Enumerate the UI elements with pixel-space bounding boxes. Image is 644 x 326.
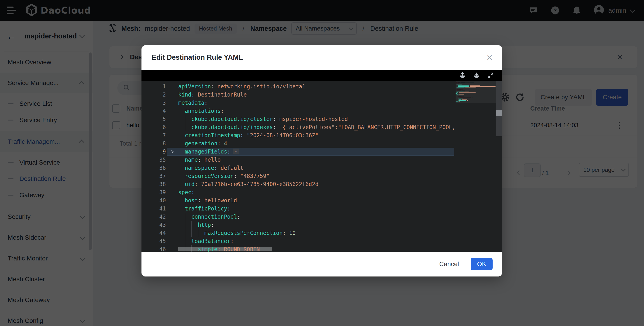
line-number: 42	[142, 213, 166, 221]
code-line-9[interactable]: 9managedFields:⋯	[142, 148, 456, 156]
gutter-space	[166, 213, 178, 221]
code-text: metadata:	[178, 99, 456, 107]
code-text: spec:	[178, 188, 456, 197]
gutter-space	[166, 123, 178, 131]
edit-yaml-modal: Edit Destination Rule YAML ×	[142, 45, 502, 276]
line-number: 9	[142, 148, 166, 156]
yaml-editor[interactable]: 1apiVersion: networking.istio.io/v1beta1…	[142, 81, 502, 252]
code-line-40[interactable]: 40host: helloworld	[142, 197, 456, 205]
code-text: trafficPolicy:	[178, 205, 456, 213]
download-icon[interactable]	[473, 71, 480, 79]
code-text: connectionPool:	[178, 213, 456, 221]
code-text: maxRequestsPerConnection: 10	[178, 229, 456, 237]
editor-scrollbar-thumb[interactable]	[496, 110, 502, 116]
editor-rows: 1apiVersion: networking.istio.io/v1beta1…	[142, 81, 456, 252]
code-text: generation: 4	[178, 139, 456, 148]
code-text: managedFields:⋯	[178, 148, 456, 156]
gutter-space	[166, 237, 178, 245]
line-number: 7	[142, 131, 166, 139]
cancel-button[interactable]: Cancel	[439, 260, 459, 268]
gutter-space	[166, 180, 178, 188]
modal-close-icon[interactable]: ×	[486, 52, 492, 63]
gutter-space	[166, 83, 178, 91]
code-line-2[interactable]: 2kind: DestinationRule	[142, 91, 456, 99]
code-line-39[interactable]: 39spec:	[142, 188, 456, 197]
code-text: name: hello	[178, 156, 456, 164]
code-text: ckube.daocloud.io/indexes: '{"activePoli…	[178, 123, 456, 131]
code-line-1[interactable]: 1apiVersion: networking.istio.io/v1beta1	[142, 83, 456, 91]
code-line-5[interactable]: 5ckube.daocloud.io/cluster: mspider-host…	[142, 115, 456, 123]
code-line-35[interactable]: 35name: hello	[142, 156, 456, 164]
modal-titlebar: Edit Destination Rule YAML ×	[142, 45, 502, 70]
code-line-44[interactable]: 44maxRequestsPerConnection: 10	[142, 229, 456, 237]
code-line-42[interactable]: 42connectionPool:	[142, 213, 456, 221]
line-number: 4	[142, 107, 166, 115]
gutter-space	[166, 205, 178, 213]
code-text: namespace: default	[178, 164, 456, 172]
line-number: 1	[142, 83, 166, 91]
code-line-46[interactable]: 46simple: ROUND_ROBIN	[142, 245, 456, 252]
code-line-41[interactable]: 41trafficPolicy:	[142, 205, 456, 213]
gutter-space	[166, 172, 178, 180]
editor-toolbar	[142, 70, 502, 81]
line-number: 36	[142, 164, 166, 172]
line-number: 2	[142, 91, 166, 99]
code-text: host: helloworld	[178, 197, 456, 205]
code-line-3[interactable]: 3metadata:	[142, 99, 456, 107]
code-text: ckube.daocloud.io/cluster: mspider-hoste…	[178, 115, 456, 123]
code-text: http:	[178, 221, 456, 229]
fullscreen-icon[interactable]	[487, 71, 494, 79]
code-line-6[interactable]: 6ckube.daocloud.io/indexes: '{"activePol…	[142, 123, 456, 131]
line-number: 46	[142, 245, 166, 252]
line-number: 5	[142, 115, 166, 123]
gutter-space	[166, 197, 178, 205]
line-number: 40	[142, 197, 166, 205]
upload-icon[interactable]	[459, 71, 466, 79]
code-text: annotations:	[178, 107, 456, 115]
gutter-space	[166, 245, 178, 252]
line-number: 38	[142, 180, 166, 188]
line-number: 3	[142, 99, 166, 107]
modal-footer: Cancel OK	[142, 252, 502, 276]
code-line-7[interactable]: 7creationTimestamp: "2024-08-14T06:03:36…	[142, 131, 456, 139]
minimap-slider[interactable]	[456, 81, 496, 103]
code-text: loadBalancer:	[178, 237, 456, 245]
gutter-space	[166, 221, 178, 229]
code-text: resourceVersion: "4837759"	[178, 172, 456, 180]
line-number: 39	[142, 188, 166, 197]
line-number: 45	[142, 237, 166, 245]
gutter-space	[166, 115, 178, 123]
gutter-space	[166, 164, 178, 172]
code-line-8[interactable]: 8generation: 4	[142, 139, 456, 148]
folded-region-ellipsis[interactable]: ⋯	[233, 148, 239, 154]
line-number: 43	[142, 221, 166, 229]
line-number: 35	[142, 156, 166, 164]
editor-scrollbar-track[interactable]	[496, 81, 502, 136]
gutter-space	[166, 99, 178, 107]
code-line-4[interactable]: 4annotations:	[142, 107, 456, 115]
gutter-space	[166, 139, 178, 148]
code-text: simple: ROUND_ROBIN	[178, 245, 456, 252]
code-line-38[interactable]: 38uid: 70a1716b-ce63-4785-9400-e385622f6…	[142, 180, 456, 188]
page: DaoCloud ? admin ← mspider-hos	[0, 0, 644, 326]
line-number: 41	[142, 205, 166, 213]
code-line-36[interactable]: 36namespace: default	[142, 164, 456, 172]
gutter-space	[166, 91, 178, 99]
fold-arrow-icon[interactable]	[166, 148, 178, 156]
code-text: creationTimestamp: "2024-08-14T06:03:36Z…	[178, 131, 456, 139]
code-line-43[interactable]: 43http:	[142, 221, 456, 229]
gutter-space	[166, 229, 178, 237]
ok-button[interactable]: OK	[471, 258, 492, 270]
gutter-space	[166, 131, 178, 139]
code-line-37[interactable]: 37resourceVersion: "4837759"	[142, 172, 456, 180]
code-text: apiVersion: networking.istio.io/v1beta1	[178, 83, 456, 91]
line-number: 6	[142, 123, 166, 131]
modal-title: Edit Destination Rule YAML	[152, 53, 243, 62]
line-number: 37	[142, 172, 166, 180]
line-number: 8	[142, 139, 166, 148]
gutter-space	[166, 156, 178, 164]
code-line-45[interactable]: 45loadBalancer:	[142, 237, 456, 245]
code-text: kind: DestinationRule	[178, 91, 456, 99]
line-number: 44	[142, 229, 166, 237]
gutter-space	[166, 188, 178, 197]
